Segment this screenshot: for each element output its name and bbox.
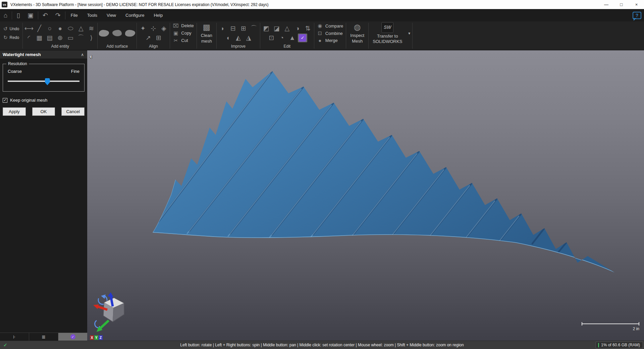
help-bubble-icon[interactable]: ? bbox=[633, 12, 641, 19]
cut-button[interactable]: ✂ Cut bbox=[171, 38, 195, 44]
clipboard-group: ⌧ Delete ▣ Copy ✂ Cut bbox=[170, 21, 197, 50]
keep-original-mesh-label: Keep original mesh bbox=[10, 98, 47, 103]
resolution-slider[interactable] bbox=[8, 77, 79, 85]
restore-button[interactable]: □ bbox=[614, 0, 629, 9]
mirror-icon[interactable]: ◑ bbox=[293, 24, 302, 33]
planes-icon[interactable]: ≋ bbox=[87, 24, 96, 33]
flip-icon[interactable]: ◔ bbox=[277, 34, 286, 42]
delete-button[interactable]: ⌧ Delete bbox=[171, 23, 195, 29]
tab-active-function[interactable]: ✓ bbox=[58, 333, 87, 341]
combine-button[interactable]: ⊡ Combine bbox=[316, 30, 344, 36]
status-bar: Left button: rotate | Left + Right butto… bbox=[0, 341, 644, 349]
axis-z-badge: Z bbox=[99, 335, 103, 340]
slider-track[interactable] bbox=[8, 81, 79, 82]
combine-icon: ⊡ bbox=[317, 30, 323, 36]
menu-help[interactable]: Help bbox=[149, 9, 167, 21]
align-surface-icon[interactable]: ◈ bbox=[159, 24, 168, 33]
align-move-icon[interactable]: ↗ bbox=[144, 34, 153, 42]
minimize-button[interactable]: — bbox=[599, 0, 614, 9]
undo-button[interactable]: ↺ Undo bbox=[3, 26, 19, 32]
viewport-3d[interactable]: ‹ X Y Z bbox=[87, 50, 644, 341]
close-button[interactable]: × bbox=[629, 0, 644, 9]
slider-thumb[interactable] bbox=[45, 78, 50, 85]
clean-mesh-icon: ▩ bbox=[203, 22, 210, 32]
cancel-button[interactable]: Cancel bbox=[61, 107, 85, 116]
smooth-mesh-icon[interactable]: ◮ bbox=[244, 34, 253, 42]
surface-auto-icon[interactable] bbox=[99, 30, 109, 37]
scale-bar: 2 in bbox=[582, 322, 639, 331]
grid-icon[interactable]: ▦ bbox=[35, 34, 44, 42]
keep-original-mesh-row[interactable]: ✓ Keep original mesh bbox=[3, 98, 85, 103]
surface-fit-icon[interactable] bbox=[125, 30, 135, 37]
ellipse-icon[interactable]: ⬭ bbox=[66, 24, 75, 33]
boundary-icon[interactable]: ⌒ bbox=[249, 24, 259, 33]
circle-icon[interactable]: ○ bbox=[45, 24, 54, 33]
offset-icon[interactable]: ⇅ bbox=[303, 24, 313, 33]
menu-file[interactable]: File bbox=[66, 9, 83, 21]
copy-button[interactable]: ▣ Copy bbox=[171, 30, 195, 36]
add-entity-label: Add entity bbox=[24, 44, 96, 50]
watertight-remesh-active-icon[interactable]: ✓ bbox=[298, 34, 307, 42]
list-icon: ≣ bbox=[42, 334, 46, 340]
decimate-icon[interactable]: ⊟ bbox=[228, 24, 238, 33]
separator bbox=[38, 11, 38, 19]
compare-button[interactable]: ◉ Compare bbox=[316, 23, 344, 29]
remesh-icon[interactable]: ▲ bbox=[287, 34, 297, 42]
scanned-mesh[interactable] bbox=[87, 50, 644, 341]
keep-original-mesh-checkbox[interactable]: ✓ bbox=[3, 98, 7, 103]
import-icon[interactable]: ↶ bbox=[39, 9, 52, 21]
edit-group: ◩◪△◑⇅ ⊡◔▲✓ Edit bbox=[260, 21, 314, 50]
subdivide-icon[interactable]: ⊞ bbox=[239, 24, 248, 33]
clean-mesh-button[interactable]: ▩ Clean mesh bbox=[198, 22, 215, 44]
defeature-icon[interactable]: ◩ bbox=[262, 24, 271, 33]
coarse-label: Coarse bbox=[8, 69, 22, 74]
align-grid-icon[interactable]: ⊞ bbox=[154, 34, 163, 42]
arc-icon[interactable]: ◜ bbox=[24, 34, 34, 42]
align-axes-icon[interactable]: ⊹ bbox=[149, 24, 158, 33]
fill-holes-icon[interactable]: ◗ bbox=[218, 24, 227, 33]
tab-tree[interactable]: ⊦ bbox=[0, 333, 29, 341]
navigation-cube[interactable] bbox=[92, 292, 129, 333]
curve-icon[interactable]: ⌒ bbox=[76, 34, 86, 42]
merge-button[interactable]: ● Merge bbox=[316, 38, 344, 43]
save-session-icon[interactable]: ▣ bbox=[24, 9, 37, 21]
panel-header[interactable]: Watertight remesh ∧ bbox=[0, 50, 87, 59]
cone-icon[interactable]: △ bbox=[76, 24, 86, 33]
rectangle-icon[interactable]: ▭ bbox=[66, 34, 75, 42]
menu-view[interactable]: View bbox=[102, 9, 121, 21]
boolean-icon[interactable]: ⊡ bbox=[267, 34, 276, 42]
polyline-icon[interactable]: ⟩ bbox=[87, 34, 96, 42]
ok-button[interactable]: OK bbox=[32, 107, 55, 116]
home-icon[interactable]: ⌂ bbox=[0, 9, 11, 21]
edit-triangles-icon[interactable]: △ bbox=[282, 24, 292, 33]
window-title: VXelements - 3D Software Platform - [New… bbox=[10, 2, 268, 7]
app-logo: vx bbox=[2, 2, 7, 7]
axis-y-badge: Y bbox=[94, 335, 98, 340]
smooth-surface-icon[interactable]: ◪ bbox=[272, 24, 281, 33]
line-icon[interactable]: ╱ bbox=[35, 24, 44, 33]
sphere-icon[interactable]: ⊕ bbox=[55, 34, 65, 42]
left-panel: Watertight remesh ∧ Resolution Coarse Fi… bbox=[0, 50, 87, 341]
surface-patch-icon[interactable] bbox=[112, 30, 122, 36]
export-icon[interactable]: ↷ bbox=[52, 9, 64, 21]
cylinder-grid-icon[interactable]: ▤ bbox=[45, 34, 54, 42]
align-bestfit-icon[interactable]: ✦ bbox=[138, 24, 148, 33]
inspect-mesh-button[interactable]: ◍ Inspect Mesh bbox=[347, 22, 367, 44]
remove-spikes-icon[interactable]: ◭ bbox=[233, 34, 243, 42]
merge-icon: ● bbox=[317, 38, 323, 43]
tab-list[interactable]: ≣ bbox=[29, 333, 58, 341]
distance-icon[interactable]: ⟷ bbox=[24, 24, 34, 33]
mouse-hints: Left button: rotate | Left + Right butto… bbox=[0, 343, 644, 347]
viewport-collapse-icon[interactable]: ‹ bbox=[90, 53, 92, 60]
apply-button[interactable]: Apply bbox=[3, 107, 26, 116]
new-session-icon[interactable]: ▯ bbox=[13, 9, 23, 21]
collapse-chevron-icon[interactable]: ∧ bbox=[81, 52, 87, 57]
panel-title: Watertight remesh bbox=[0, 52, 81, 57]
transfer-dropdown-icon[interactable]: ▼ bbox=[408, 32, 411, 35]
redo-button[interactable]: ↻ Redo bbox=[3, 35, 19, 41]
menu-tools[interactable]: Tools bbox=[83, 9, 102, 21]
point-icon[interactable]: ● bbox=[55, 24, 65, 33]
transfer-solidworks-button[interactable]: SW Transfer to SOLIDWORKS bbox=[370, 22, 405, 45]
smooth-boundary-icon[interactable]: ◖ bbox=[223, 34, 232, 42]
menu-configure[interactable]: Configure bbox=[121, 9, 149, 21]
